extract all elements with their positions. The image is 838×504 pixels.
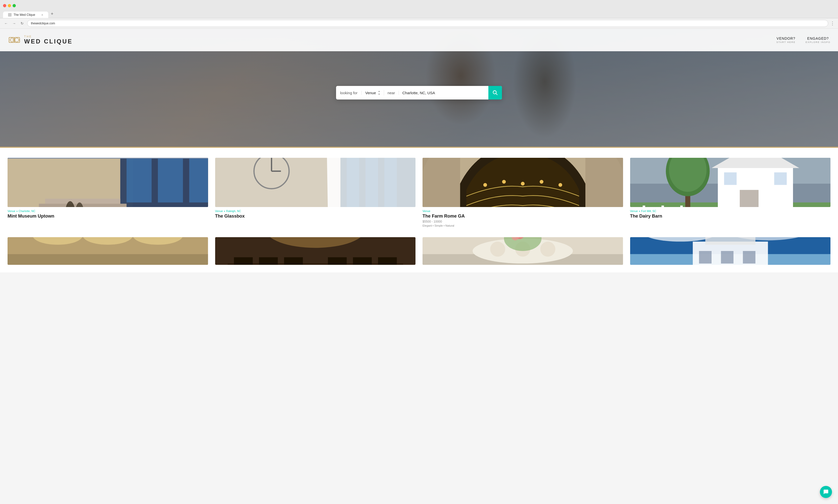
engaged-nav-item[interactable]: ENGAGED? EXPLORE INSPO <box>806 36 831 43</box>
search-category-value: Venue <box>365 91 376 95</box>
bottom-card-2[interactable] <box>215 237 416 265</box>
venue-card-4-location: Fort Mill, SC <box>641 210 657 213</box>
venue-card-1[interactable]: Venue ● Charlotte, NC Mint Museum Uptown <box>7 158 208 227</box>
address-bar[interactable] <box>27 20 828 27</box>
svg-rect-23 <box>346 158 359 207</box>
svg-rect-59 <box>724 172 736 185</box>
browser-chrome: The Wed Clique ✕ + <box>0 0 838 18</box>
bottom-card-4[interactable] <box>630 237 831 265</box>
venue-card-1-meta: Venue ● Charlotte, NC <box>7 210 208 213</box>
venue-card-2-image <box>215 158 416 207</box>
venue-card-3-title: The Farm Rome GA <box>423 214 623 219</box>
svg-rect-52 <box>661 205 664 207</box>
tab-title: The Wed Clique <box>14 13 35 17</box>
tab-favicon <box>8 13 12 17</box>
svg-rect-83 <box>328 257 346 265</box>
mint-museum-image <box>7 158 208 207</box>
svg-rect-85 <box>378 257 397 265</box>
svg-point-91 <box>540 242 555 257</box>
svg-rect-41 <box>423 158 460 207</box>
logo-icon <box>7 33 21 47</box>
venue-card-2-meta: Venue ● Raleigh, NC <box>215 210 416 213</box>
back-button[interactable]: ← <box>3 20 9 26</box>
venue-card-2-type: Venue <box>215 210 223 213</box>
venue-card-3[interactable]: Venue The Farm Rome GA $5500 - 10000 Ele… <box>423 158 623 227</box>
venue-card-2-title: The Glassbox <box>215 214 416 219</box>
logo[interactable]: THE WED CLIQUE <box>7 33 73 47</box>
logo-text: THE WED CLIQUE <box>24 35 73 45</box>
farm-image <box>423 158 623 207</box>
svg-rect-103 <box>699 251 712 264</box>
minimize-button[interactable] <box>8 4 11 7</box>
svg-rect-79 <box>228 264 403 265</box>
venue-card-1-type: Venue <box>7 210 15 213</box>
logo-wed: WED CLIQUE <box>24 38 73 45</box>
svg-rect-25 <box>384 158 397 207</box>
active-tab[interactable]: The Wed Clique ✕ <box>3 12 48 18</box>
bottom-card-1[interactable] <box>7 237 208 265</box>
svg-rect-102 <box>705 237 755 245</box>
venue-card-1-location: Charlotte, NC <box>19 210 35 213</box>
svg-point-89 <box>490 242 505 257</box>
svg-rect-82 <box>284 257 303 265</box>
svg-rect-105 <box>743 251 755 264</box>
close-button[interactable] <box>3 4 6 7</box>
venue-card-3-price: $5500 - 10000 <box>423 220 623 223</box>
venue-card-3-image <box>423 158 623 207</box>
refresh-button[interactable]: ↻ <box>19 20 25 26</box>
new-tab-button[interactable]: + <box>48 10 56 18</box>
more-options-button[interactable]: ⋮ <box>830 21 835 26</box>
svg-rect-15 <box>45 199 120 204</box>
engaged-nav-main: ENGAGED? <box>806 36 831 40</box>
venue-card-2-location: Raleigh, NC <box>226 210 241 213</box>
svg-point-38 <box>521 182 524 186</box>
svg-point-39 <box>540 180 543 184</box>
svg-rect-60 <box>774 172 787 185</box>
window-controls <box>3 2 835 9</box>
venue-card-1-image <box>7 158 208 207</box>
venue-card-2[interactable]: Venue ● Raleigh, NC The Glassbox <box>215 158 416 227</box>
select-arrows-icon: ▲ ▼ <box>378 90 380 95</box>
svg-rect-53 <box>680 205 683 207</box>
search-container: looking for Venue ▲ ▼ near <box>336 86 502 100</box>
svg-point-40 <box>558 183 562 187</box>
header-navigation: VENDOR? START HERE ENGAGED? EXPLORE INSP… <box>777 36 831 43</box>
search-label: looking for <box>336 91 362 95</box>
search-button[interactable] <box>488 86 502 100</box>
bottom-cards-grid <box>0 237 838 272</box>
svg-line-5 <box>496 93 497 95</box>
dairy-barn-image <box>630 158 831 207</box>
vendor-nav-sub: START HERE <box>777 41 796 43</box>
search-icon <box>493 90 498 95</box>
svg-rect-3 <box>15 37 20 42</box>
svg-rect-12 <box>189 158 208 202</box>
venue-card-4[interactable]: Venue ● Fort Mill, SC The Dairy Barn <box>630 158 831 227</box>
page: THE WED CLIQUE VENDOR? START HERE ENGAGE… <box>0 29 838 272</box>
svg-rect-51 <box>642 205 645 207</box>
svg-rect-68 <box>7 254 208 265</box>
maximize-button[interactable] <box>13 4 16 7</box>
svg-point-36 <box>483 183 487 187</box>
svg-rect-24 <box>365 158 378 207</box>
engaged-nav-sub: EXPLORE INSPO <box>806 41 831 43</box>
venue-card-3-meta: Venue <box>423 210 623 213</box>
venue-card-3-type: Venue <box>423 210 430 213</box>
svg-rect-11 <box>158 158 183 202</box>
forward-button[interactable]: → <box>11 20 17 26</box>
svg-rect-58 <box>740 190 759 207</box>
logo-the: THE <box>24 35 73 38</box>
venues-section: Venue ● Charlotte, NC Mint Museum Uptown <box>0 148 838 237</box>
vendor-nav-item[interactable]: VENDOR? START HERE <box>777 36 796 43</box>
hero-section: THE WED CLIQUE VENDOR? START HERE ENGAGE… <box>0 29 838 147</box>
cards-grid: Venue ● Charlotte, NC Mint Museum Uptown <box>7 158 831 227</box>
search-location-input[interactable] <box>399 91 488 95</box>
tab-close-button[interactable]: ✕ <box>41 14 43 16</box>
tab-bar: The Wed Clique ✕ + <box>3 10 835 18</box>
bottom-card-3[interactable] <box>423 237 623 265</box>
svg-rect-42 <box>585 158 623 207</box>
search-bar: looking for Venue ▲ ▼ near <box>336 86 502 100</box>
venue-card-4-title: The Dairy Barn <box>630 214 831 219</box>
venue-card-3-tags: Elegant • Simple • Natural <box>423 224 623 227</box>
svg-rect-1 <box>15 37 20 42</box>
search-category-select[interactable]: Venue ▲ ▼ <box>362 90 384 95</box>
